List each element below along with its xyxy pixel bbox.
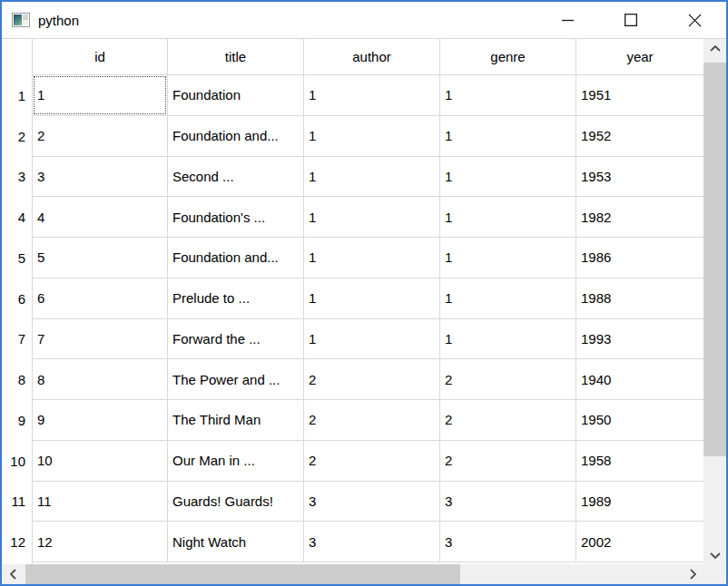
close-button[interactable]: [663, 2, 726, 38]
scroll-down-button[interactable]: [703, 546, 726, 564]
horizontal-scroll-thumb[interactable]: [25, 564, 460, 584]
cell-genre-row-8[interactable]: 2: [440, 359, 576, 400]
cell-genre-row-9[interactable]: 2: [440, 400, 576, 441]
cell-year-row-8[interactable]: 1940: [576, 359, 703, 400]
cell-genre-row-3[interactable]: 1: [440, 157, 576, 198]
row-number: 8: [2, 359, 32, 400]
cell-title-row-12[interactable]: Night Watch: [168, 522, 304, 562]
vertical-scrollbar[interactable]: [703, 39, 726, 564]
cell-author-row-8[interactable]: 2: [304, 359, 440, 400]
app-window: python 123456789101112: [0, 0, 728, 586]
column-header-title: title: [168, 39, 304, 75]
cell-year-row-1[interactable]: 1951: [576, 75, 703, 116]
table-row: 7Forward the ...111993: [33, 319, 703, 360]
maximize-icon: [625, 14, 637, 26]
cell-id-row-5[interactable]: 5: [33, 238, 168, 278]
horizontal-scrollbar[interactable]: [2, 564, 726, 584]
cell-year-row-11[interactable]: 1989: [576, 482, 703, 523]
scroll-left-button[interactable]: [2, 564, 24, 584]
cell-genre-row-1[interactable]: 1: [440, 75, 576, 116]
cell-author-row-7[interactable]: 1: [304, 319, 440, 360]
cell-id-row-12[interactable]: 12: [33, 522, 168, 562]
scroll-up-button[interactable]: [703, 39, 726, 57]
cell-author-row-4[interactable]: 1: [304, 197, 440, 238]
cell-author-row-12[interactable]: 3: [304, 522, 440, 562]
row-number: 6: [2, 278, 32, 319]
cell-title-row-11[interactable]: Guards! Guards!: [168, 482, 304, 523]
chevron-up-icon: [710, 45, 721, 52]
cell-title-row-1[interactable]: Foundation: [168, 75, 304, 116]
cell-id-row-11[interactable]: 11: [33, 482, 168, 523]
cell-year-row-7[interactable]: 1993: [576, 319, 703, 360]
app-icon-graphic-side: [23, 15, 28, 25]
table-row: 4Foundation's ...111982: [33, 197, 703, 238]
chevron-left-icon: [10, 569, 16, 580]
column-header-id: id: [33, 39, 168, 75]
cell-genre-row-10[interactable]: 2: [440, 441, 576, 482]
cell-id-row-7[interactable]: 7: [33, 319, 168, 360]
cell-author-row-3[interactable]: 1: [304, 157, 440, 198]
window-title: python: [38, 13, 79, 28]
cell-title-row-5[interactable]: Foundation and...: [168, 238, 304, 278]
cell-title-row-4[interactable]: Foundation's ...: [168, 197, 304, 238]
cell-year-row-12[interactable]: 2002: [576, 522, 703, 562]
row-number: 2: [2, 116, 32, 157]
cell-genre-row-7[interactable]: 1: [440, 319, 576, 360]
cell-year-row-10[interactable]: 1958: [576, 441, 703, 482]
titlebar[interactable]: python: [2, 2, 726, 39]
table-row: 10Our Man in ...221958: [33, 441, 703, 482]
cell-author-row-5[interactable]: 1: [304, 238, 440, 278]
table-row: 9The Third Man221950: [33, 400, 703, 441]
cell-author-row-6[interactable]: 1: [304, 278, 440, 319]
cell-id-row-9[interactable]: 9: [33, 400, 168, 441]
gutter-header-spacer: [2, 39, 32, 75]
table-row: 5Foundation and...111986: [33, 238, 703, 278]
cell-author-row-9[interactable]: 2: [304, 400, 440, 441]
app-icon: [12, 13, 30, 27]
cell-title-row-9[interactable]: The Third Man: [168, 400, 304, 441]
cell-author-row-2[interactable]: 1: [304, 116, 440, 157]
cell-title-row-2[interactable]: Foundation and...: [168, 116, 304, 157]
cell-id-row-1[interactable]: 1: [33, 75, 168, 116]
cell-genre-row-11[interactable]: 3: [440, 482, 576, 523]
cell-year-row-5[interactable]: 1986: [576, 238, 703, 278]
column-header-year: year: [576, 39, 703, 75]
cell-year-row-9[interactable]: 1950: [576, 400, 703, 441]
cell-title-row-3[interactable]: Second ...: [168, 157, 304, 198]
cell-genre-row-4[interactable]: 1: [440, 197, 576, 238]
cell-author-row-11[interactable]: 3: [304, 482, 440, 523]
cell-id-row-6[interactable]: 6: [33, 278, 168, 319]
cell-author-row-1[interactable]: 1: [304, 75, 440, 116]
cell-title-row-10[interactable]: Our Man in ...: [168, 441, 304, 482]
row-number: 5: [2, 238, 32, 278]
cell-id-row-8[interactable]: 8: [33, 359, 168, 400]
maximize-button[interactable]: [599, 2, 663, 38]
cell-title-row-8[interactable]: The Power and ...: [168, 359, 304, 400]
cell-year-row-4[interactable]: 1982: [576, 197, 703, 238]
cell-year-row-3[interactable]: 1953: [576, 157, 703, 198]
vertical-scroll-thumb[interactable]: [703, 63, 726, 456]
row-number: 10: [2, 441, 32, 482]
chevron-down-icon: [710, 552, 721, 559]
cell-genre-row-6[interactable]: 1: [440, 278, 576, 319]
cell-title-row-7[interactable]: Forward the ...: [168, 319, 304, 360]
cell-author-row-10[interactable]: 2: [304, 441, 440, 482]
cell-title-row-6[interactable]: Prelude to ...: [168, 278, 304, 319]
cell-id-row-3[interactable]: 3: [33, 157, 168, 198]
cell-id-row-2[interactable]: 2: [33, 116, 168, 157]
table-row: 6Prelude to ...111988: [33, 278, 703, 319]
row-number: 7: [2, 319, 32, 360]
cell-genre-row-2[interactable]: 1: [440, 116, 576, 157]
column-header-author: author: [304, 39, 440, 75]
cell-id-row-10[interactable]: 10: [33, 441, 168, 482]
row-number: 1: [2, 75, 32, 116]
scroll-right-button[interactable]: [682, 564, 703, 584]
cell-year-row-6[interactable]: 1988: [576, 278, 703, 319]
cell-genre-row-5[interactable]: 1: [440, 238, 576, 278]
table: 123456789101112 idtitleauthorgenreyear 1…: [2, 39, 703, 564]
cell-genre-row-12[interactable]: 3: [440, 522, 576, 562]
table-row: 11Guards! Guards!331989: [33, 482, 703, 523]
cell-year-row-2[interactable]: 1952: [576, 116, 703, 157]
cell-id-row-4[interactable]: 4: [33, 197, 168, 238]
minimize-button[interactable]: [536, 2, 599, 38]
